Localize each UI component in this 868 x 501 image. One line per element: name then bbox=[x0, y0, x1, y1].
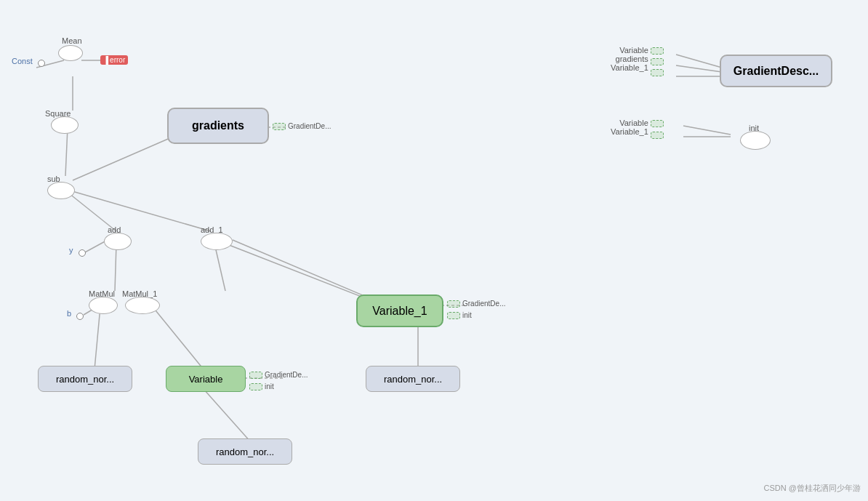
random-norm1-label: random_nor... bbox=[56, 374, 114, 385]
init-port2 bbox=[651, 132, 664, 139]
y-node[interactable] bbox=[79, 249, 86, 257]
error-icon: ▐ error bbox=[100, 55, 128, 65]
var-port1-label: GradientDe... bbox=[265, 371, 308, 379]
error-label: error bbox=[110, 56, 125, 64]
variable1-output-port2: init bbox=[447, 311, 472, 319]
svg-line-5 bbox=[683, 126, 731, 135]
init-variable1-label: Variable_1 bbox=[611, 127, 648, 136]
top-port2 bbox=[651, 58, 664, 65]
random-norm2-label: random_nor... bbox=[384, 374, 442, 385]
random-norm2-node[interactable]: random_nor... bbox=[366, 366, 460, 392]
init-port1 bbox=[651, 120, 664, 127]
init-node[interactable] bbox=[740, 131, 771, 150]
top-port2-dots bbox=[651, 58, 664, 65]
add1-node[interactable] bbox=[201, 233, 233, 250]
v1-port2-dots bbox=[447, 312, 460, 319]
watermark: CSDN @曾桂花洒同少年游 bbox=[764, 483, 861, 494]
matmul1-node[interactable] bbox=[125, 297, 160, 314]
init-labels: Variable Variable_1 bbox=[611, 119, 648, 136]
random-norm3-label: random_nor... bbox=[216, 446, 274, 457]
gradients-node[interactable]: gradients bbox=[167, 108, 269, 144]
var-port1-dots bbox=[249, 372, 262, 379]
init-port1-dots bbox=[651, 120, 664, 127]
top-port1 bbox=[651, 47, 664, 55]
const-node[interactable] bbox=[38, 60, 45, 67]
v1-port1-dots bbox=[447, 300, 460, 308]
var-port2-label: init bbox=[265, 382, 274, 390]
variable1-label: Variable_1 bbox=[372, 305, 427, 318]
graph-canvas: Mean Const ▐ error Square sub add add_1 … bbox=[0, 0, 868, 501]
gradients-output-port: GradientDe... bbox=[273, 122, 331, 130]
gradient-desc-node[interactable]: GradientDesc... bbox=[720, 55, 832, 87]
gradients-label: gradients bbox=[192, 119, 244, 132]
square-node[interactable] bbox=[51, 116, 79, 134]
init-variable-label: Variable bbox=[611, 119, 648, 127]
variable1-node[interactable]: Variable_1 bbox=[356, 294, 443, 327]
top-variable-label: Variable bbox=[611, 46, 648, 55]
mean-node[interactable] bbox=[58, 45, 83, 61]
random-norm3-node[interactable]: random_nor... bbox=[198, 438, 292, 465]
top-port1-dots bbox=[651, 47, 664, 55]
sub-node[interactable] bbox=[47, 182, 75, 199]
b-label: b bbox=[67, 309, 71, 318]
b-node[interactable] bbox=[76, 313, 84, 320]
add-node[interactable] bbox=[104, 233, 132, 250]
gradient-port-label: GradientDe... bbox=[288, 122, 331, 130]
var-port2-dots bbox=[249, 383, 262, 390]
top-gradients-label: gradients bbox=[611, 55, 648, 63]
gradient-desc-label: GradientDesc... bbox=[734, 65, 819, 78]
variable-output-port2: init bbox=[249, 382, 274, 390]
variable-node[interactable]: Variable bbox=[166, 366, 246, 392]
matmul-node[interactable] bbox=[89, 297, 118, 314]
watermark-text: CSDN @曾桂花洒同少年游 bbox=[764, 484, 861, 492]
init-port2-dots bbox=[651, 132, 664, 139]
top-variable1-label: Variable_1 bbox=[611, 63, 648, 72]
variable1-output-port1: GradientDe... bbox=[447, 300, 505, 308]
top-right-labels: Variable gradients Variable_1 bbox=[611, 46, 648, 72]
variable-output-port1: GradientDe... bbox=[249, 371, 308, 379]
v1-port2-label: init bbox=[462, 311, 472, 319]
top-port3 bbox=[651, 69, 664, 76]
mean-label: Mean bbox=[62, 36, 82, 45]
error-bar-icon: ▐ bbox=[103, 56, 108, 64]
top-port3-dots bbox=[651, 69, 664, 76]
random-norm1-node[interactable]: random_nor... bbox=[38, 366, 132, 392]
const-label: Const bbox=[12, 57, 33, 65]
v1-port1-label: GradientDe... bbox=[462, 300, 505, 308]
y-label: y bbox=[69, 246, 73, 254]
variable-label: Variable bbox=[189, 374, 223, 385]
gradient-port-dots bbox=[273, 123, 286, 130]
